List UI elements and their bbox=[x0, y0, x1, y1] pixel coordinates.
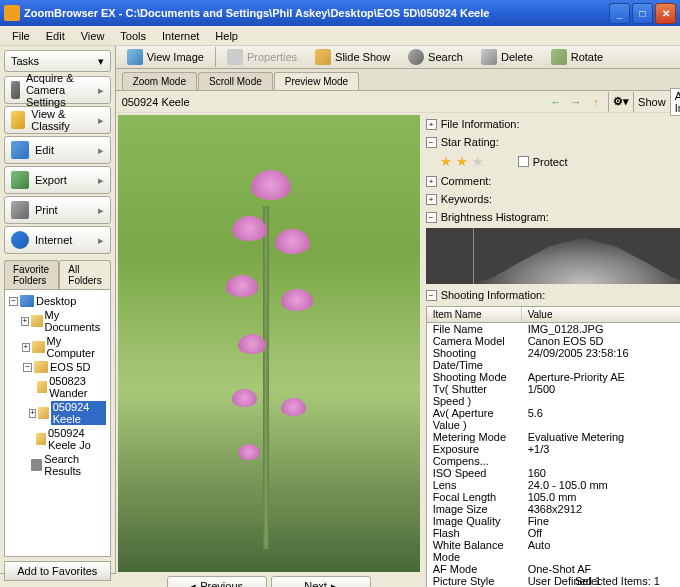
table-row[interactable]: Camera ModelCanon EOS 5D bbox=[427, 335, 680, 347]
star-icon[interactable]: ★ bbox=[472, 154, 484, 169]
cell-value: Canon EOS 5D bbox=[522, 335, 680, 347]
collapse-icon[interactable]: − bbox=[426, 137, 437, 148]
maximize-button[interactable]: □ bbox=[632, 3, 653, 24]
main-image[interactable] bbox=[118, 115, 420, 572]
star-icon[interactable]: ★ bbox=[440, 154, 452, 169]
table-row[interactable]: Lens24.0 - 105.0 mm bbox=[427, 479, 680, 491]
task-export[interactable]: Export▸ bbox=[4, 166, 111, 194]
tree-mycomp[interactable]: +My Computer bbox=[9, 334, 106, 360]
slideshow-button[interactable]: Slide Show bbox=[308, 46, 397, 68]
task-edit[interactable]: Edit▸ bbox=[4, 136, 111, 164]
tree-keele-jo[interactable]: 050924 Keele Jo bbox=[9, 426, 106, 452]
table-row[interactable]: Av( Aperture Value )5.6 bbox=[427, 407, 680, 431]
folder-tree[interactable]: −Desktop +My Documents +My Computer −EOS… bbox=[4, 289, 111, 557]
menu-help[interactable]: Help bbox=[207, 28, 246, 44]
table-row[interactable]: Focal Length105.0 mm bbox=[427, 491, 680, 503]
cell-value: Evaluative Metering bbox=[522, 431, 680, 443]
tab-all-folders[interactable]: All Folders bbox=[59, 260, 110, 289]
folder-icon bbox=[11, 111, 25, 129]
add-favorites-button[interactable]: Add to Favorites bbox=[4, 561, 111, 581]
tree-desktop[interactable]: −Desktop bbox=[9, 294, 106, 308]
close-button[interactable]: ✕ bbox=[655, 3, 676, 24]
show-combo[interactable]: All Images bbox=[670, 88, 680, 116]
protect-checkbox[interactable] bbox=[518, 156, 529, 167]
menu-internet[interactable]: Internet bbox=[154, 28, 207, 44]
expand-icon[interactable]: + bbox=[29, 409, 36, 418]
internet-icon bbox=[11, 231, 29, 249]
tool-label: View Image bbox=[147, 51, 204, 63]
collapse-icon[interactable]: − bbox=[23, 363, 32, 372]
rotate-button[interactable]: Rotate bbox=[544, 46, 610, 68]
tree-search[interactable]: Search Results bbox=[9, 452, 106, 478]
nav-back-icon[interactable]: ← bbox=[548, 94, 564, 110]
cell-name: White Balance Mode bbox=[427, 539, 522, 563]
star-icon[interactable]: ★ bbox=[456, 154, 468, 169]
menu-file[interactable]: File bbox=[4, 28, 38, 44]
tab-scroll[interactable]: Scroll Mode bbox=[198, 72, 273, 90]
filter-icon[interactable]: ⚙▾ bbox=[613, 94, 629, 110]
cell-name: AF Mode bbox=[427, 563, 522, 575]
expand-icon[interactable]: + bbox=[426, 194, 437, 205]
collapse-icon[interactable]: − bbox=[426, 290, 437, 301]
breadcrumb: 050924 Keele bbox=[122, 96, 190, 108]
tree-label: EOS 5D bbox=[50, 361, 90, 373]
image-icon bbox=[127, 49, 143, 65]
task-print[interactable]: Print▸ bbox=[4, 196, 111, 224]
folder-icon bbox=[34, 361, 48, 373]
next-button[interactable]: Next▸ bbox=[271, 576, 371, 587]
table-row[interactable]: ISO Speed160 bbox=[427, 467, 680, 479]
expand-icon[interactable]: + bbox=[21, 317, 29, 326]
table-row[interactable]: Image QualityFine bbox=[427, 515, 680, 527]
nav-forward-icon[interactable]: → bbox=[568, 94, 584, 110]
tree-eos5d[interactable]: −EOS 5D bbox=[9, 360, 106, 374]
menu-tools[interactable]: Tools bbox=[112, 28, 154, 44]
separator bbox=[633, 92, 634, 112]
collapse-icon[interactable]: − bbox=[426, 212, 437, 223]
right-panel: View Image Properties Slide Show Search … bbox=[116, 46, 680, 573]
task-internet[interactable]: Internet▸ bbox=[4, 226, 111, 254]
cell-name: Image Quality bbox=[427, 515, 522, 527]
cell-name: Av( Aperture Value ) bbox=[427, 407, 522, 431]
cell-name: Shooting Date/Time bbox=[427, 347, 522, 371]
table-row[interactable]: Exposure Compens...+1/3 bbox=[427, 443, 680, 467]
collapse-icon[interactable]: − bbox=[9, 297, 18, 306]
chevron-icon: ▸ bbox=[98, 84, 104, 97]
col-value: Value bbox=[522, 307, 680, 322]
expand-icon[interactable]: + bbox=[426, 119, 437, 130]
menu-edit[interactable]: Edit bbox=[38, 28, 73, 44]
expand-icon[interactable]: + bbox=[426, 176, 437, 187]
task-acquire[interactable]: Acquire & Camera Settings▸ bbox=[4, 76, 111, 104]
properties-button[interactable]: Properties bbox=[220, 46, 304, 68]
search-button[interactable]: Search bbox=[401, 46, 470, 68]
tree-keele[interactable]: +050924 Keele bbox=[9, 400, 106, 426]
shooting-info-label: Shooting Information: bbox=[441, 289, 546, 301]
table-row[interactable]: Metering ModeEvaluative Metering bbox=[427, 431, 680, 443]
expand-icon[interactable]: + bbox=[22, 343, 30, 352]
shooting-info-table[interactable]: Item Name Value File NameIMG_0128.JPGCam… bbox=[426, 306, 680, 587]
tab-preview[interactable]: Preview Mode bbox=[274, 72, 359, 90]
table-row[interactable]: Tv( Shutter Speed )1/500 bbox=[427, 383, 680, 407]
minimize-button[interactable]: _ bbox=[609, 3, 630, 24]
menu-view[interactable]: View bbox=[73, 28, 113, 44]
tab-zoom[interactable]: Zoom Mode bbox=[122, 72, 197, 90]
tree-wander[interactable]: 050823 Wander bbox=[9, 374, 106, 400]
cell-value: 105.0 mm bbox=[522, 491, 680, 503]
nav-up-icon[interactable]: ↑ bbox=[588, 94, 604, 110]
task-view-classify[interactable]: View & Classify▸ bbox=[4, 106, 111, 134]
tree-mydocs[interactable]: +My Documents bbox=[9, 308, 106, 334]
separator bbox=[215, 47, 216, 67]
table-row[interactable]: Shooting ModeAperture-Priority AE bbox=[427, 371, 680, 383]
table-row[interactable]: White Balance ModeAuto bbox=[427, 539, 680, 563]
btn-label: Next bbox=[304, 580, 327, 587]
tab-favorite-folders[interactable]: Favorite Folders bbox=[4, 260, 59, 289]
view-image-button[interactable]: View Image bbox=[120, 46, 211, 68]
previous-button[interactable]: ◂Previous bbox=[167, 576, 267, 587]
table-row[interactable]: File NameIMG_0128.JPG bbox=[427, 323, 680, 335]
table-row[interactable]: FlashOff bbox=[427, 527, 680, 539]
table-row[interactable]: Image Size4368x2912 bbox=[427, 503, 680, 515]
table-row[interactable]: Shooting Date/Time24/09/2005 23:58:16 bbox=[427, 347, 680, 371]
delete-button[interactable]: Delete bbox=[474, 46, 540, 68]
tasks-header[interactable]: Tasks ▾ bbox=[4, 50, 111, 72]
trash-icon bbox=[481, 49, 497, 65]
cell-name: Lens bbox=[427, 479, 522, 491]
